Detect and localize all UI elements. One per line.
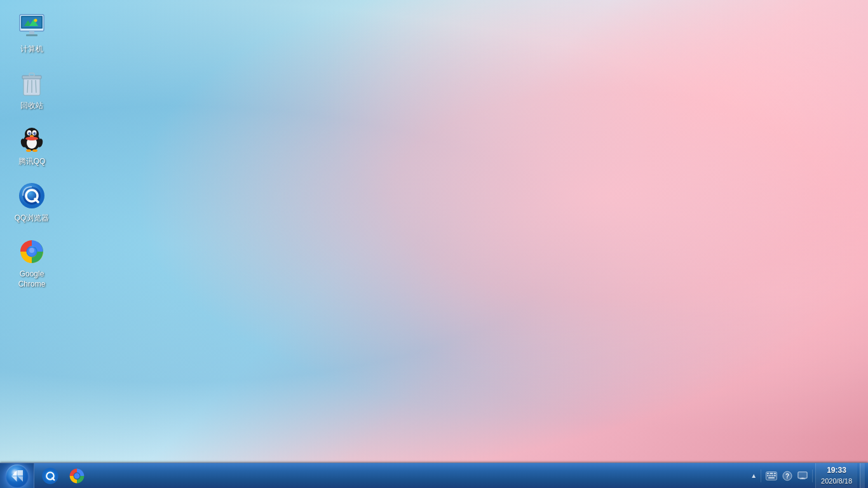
svg-point-24: [25, 137, 38, 140]
qqbrowser-icon[interactable]: QQ浏览器: [6, 175, 57, 229]
recycle-bin-icon[interactable]: 回收站: [6, 63, 57, 116]
qqbrowser-icon-image: [17, 180, 47, 211]
svg-point-27: [26, 149, 31, 152]
svg-rect-48: [774, 475, 776, 476]
tray-expand[interactable]: ▲: [749, 471, 758, 480]
svg-rect-6: [29, 31, 34, 34]
svg-rect-47: [771, 475, 773, 476]
qq-icon-label: 腾讯QQ: [18, 157, 46, 167]
chrome-icon-label: Google Chrome: [10, 269, 54, 289]
svg-rect-54: [801, 477, 804, 478]
svg-rect-13: [29, 73, 34, 76]
start-button[interactable]: [0, 463, 34, 489]
computer-icon-image: [17, 11, 47, 42]
svg-rect-44: [774, 473, 776, 474]
tray-help-icon[interactable]: ?: [780, 470, 794, 482]
qqbrowser-icon-label: QQ浏览器: [15, 214, 50, 224]
svg-rect-49: [768, 477, 775, 478]
computer-icon[interactable]: 计算机: [6, 6, 57, 60]
taskbar-chrome[interactable]: [64, 464, 90, 487]
svg-point-5: [34, 19, 37, 22]
svg-point-35: [29, 248, 34, 253]
clock-date: 2020/8/18: [821, 476, 852, 487]
tray-keyboard-icon[interactable]: [764, 470, 779, 482]
svg-point-28: [32, 149, 37, 152]
taskbar-qqbrowser[interactable]: [37, 464, 63, 487]
svg-point-22: [34, 133, 36, 134]
chrome-icon[interactable]: Google Chrome: [6, 231, 57, 294]
svg-rect-43: [770, 473, 773, 474]
svg-rect-42: [767, 473, 769, 474]
taskbar: ▲: [0, 463, 868, 488]
svg-rect-52: [798, 471, 807, 478]
svg-rect-46: [770, 475, 771, 476]
clock-time: 19:33: [827, 464, 846, 476]
tray-display-icon[interactable]: [796, 470, 810, 482]
clock[interactable]: 19:33 2020/8/18: [815, 463, 857, 488]
recycle-bin-icon-label: 回收站: [20, 101, 43, 111]
chrome-icon-image: [17, 236, 47, 267]
svg-point-21: [29, 133, 31, 134]
computer-icon-label: 计算机: [20, 44, 43, 55]
qq-icon-image: [17, 124, 47, 154]
qq-icon[interactable]: 腾讯QQ: [6, 119, 57, 172]
recycle-bin-icon-image: [17, 68, 47, 98]
desktop-icons: 计算机 回收站: [6, 6, 57, 295]
svg-rect-7: [26, 34, 37, 36]
svg-text:?: ?: [785, 473, 789, 480]
taskbar-items: [34, 463, 749, 488]
system-tray: ▲: [749, 463, 868, 488]
svg-point-40: [74, 473, 80, 478]
tray-system-icons: ?: [761, 470, 813, 482]
show-desktop-button[interactable]: [860, 463, 865, 489]
svg-rect-45: [767, 475, 769, 476]
windows-orb: [6, 464, 29, 487]
desktop: 计算机 回收站: [0, 0, 868, 488]
